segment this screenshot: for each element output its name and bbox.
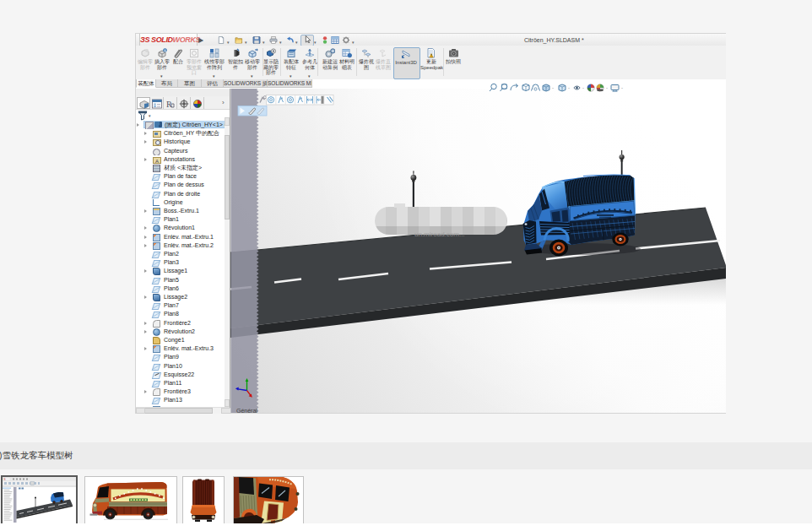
svg-text:un.miroad.com...: un.miroad.com... xyxy=(414,230,465,238)
svg-text:-: - xyxy=(606,85,608,90)
svg-text:-: - xyxy=(582,85,584,90)
svg-text:-: - xyxy=(552,85,554,90)
svg-text:!: ! xyxy=(430,54,431,58)
svg-text:S: S xyxy=(4,478,6,481)
svg-text:-: - xyxy=(621,85,623,90)
svg-text:Général: Général xyxy=(236,408,257,414)
svg-text:-: - xyxy=(568,85,570,90)
